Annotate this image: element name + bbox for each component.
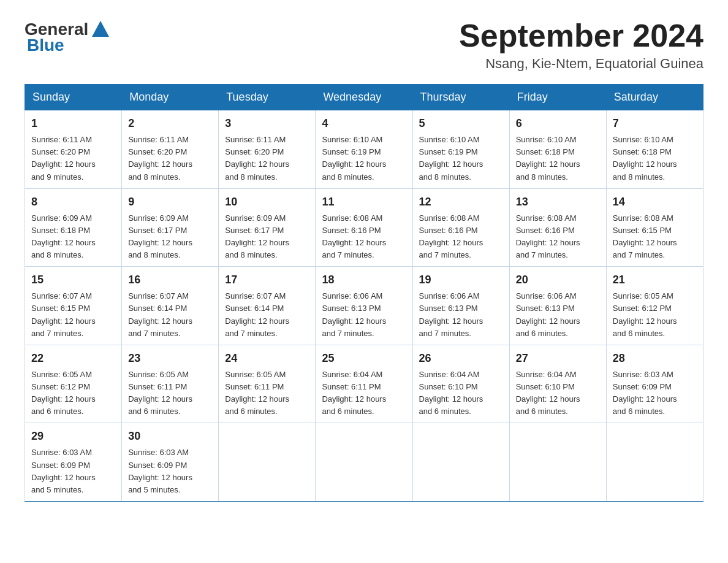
calendar-cell: 14Sunrise: 6:08 AMSunset: 6:15 PMDayligh…: [606, 188, 703, 267]
day-number: 27: [516, 350, 600, 367]
calendar-cell: 19Sunrise: 6:06 AMSunset: 6:13 PMDayligh…: [412, 267, 509, 345]
day-number: 16: [128, 272, 212, 288]
day-info: Sunrise: 6:06 AMSunset: 6:13 PMDaylight:…: [516, 290, 600, 340]
calendar-cell: 11Sunrise: 6:08 AMSunset: 6:16 PMDayligh…: [316, 188, 412, 267]
calendar-week-row: 29Sunrise: 6:03 AMSunset: 6:09 PMDayligh…: [25, 423, 703, 502]
day-info: Sunrise: 6:11 AMSunset: 6:20 PMDaylight:…: [128, 134, 212, 183]
day-info: Sunrise: 6:08 AMSunset: 6:15 PMDaylight:…: [613, 212, 697, 262]
calendar-cell: 8Sunrise: 6:09 AMSunset: 6:18 PMDaylight…: [25, 188, 122, 267]
calendar-cell: 7Sunrise: 6:10 AMSunset: 6:18 PMDaylight…: [606, 110, 703, 189]
col-header-sunday: Sunday: [25, 85, 122, 110]
day-number: 22: [31, 350, 115, 367]
day-info: Sunrise: 6:04 AMSunset: 6:10 PMDaylight:…: [419, 369, 503, 418]
day-number: 26: [419, 350, 503, 367]
calendar-cell: [509, 423, 606, 502]
calendar-week-row: 8Sunrise: 6:09 AMSunset: 6:18 PMDaylight…: [25, 188, 703, 267]
col-header-wednesday: Wednesday: [316, 85, 412, 110]
day-number: 17: [225, 272, 309, 288]
day-info: Sunrise: 6:05 AMSunset: 6:11 PMDaylight:…: [225, 369, 309, 418]
calendar-cell: 25Sunrise: 6:04 AMSunset: 6:11 PMDayligh…: [316, 345, 412, 423]
location-text: Nsang, Kie-Ntem, Equatorial Guinea: [459, 56, 703, 72]
calendar-week-row: 1Sunrise: 6:11 AMSunset: 6:20 PMDaylight…: [25, 110, 703, 189]
logo-blue-text: Blue: [27, 36, 64, 55]
day-info: Sunrise: 6:09 AMSunset: 6:17 PMDaylight:…: [128, 212, 212, 262]
calendar-cell: 13Sunrise: 6:08 AMSunset: 6:16 PMDayligh…: [509, 188, 606, 267]
day-number: 9: [128, 194, 212, 210]
day-number: 3: [225, 115, 309, 132]
calendar-cell: 17Sunrise: 6:07 AMSunset: 6:14 PMDayligh…: [219, 267, 316, 345]
day-number: 20: [516, 272, 600, 288]
calendar-cell: 21Sunrise: 6:05 AMSunset: 6:12 PMDayligh…: [606, 267, 703, 345]
day-number: 1: [31, 115, 115, 132]
day-info: Sunrise: 6:09 AMSunset: 6:18 PMDaylight:…: [31, 212, 115, 262]
day-info: Sunrise: 6:10 AMSunset: 6:18 PMDaylight:…: [516, 134, 600, 183]
calendar-cell: 15Sunrise: 6:07 AMSunset: 6:15 PMDayligh…: [25, 267, 122, 345]
day-number: 7: [613, 115, 697, 132]
col-header-tuesday: Tuesday: [219, 85, 316, 110]
day-info: Sunrise: 6:03 AMSunset: 6:09 PMDaylight:…: [613, 369, 697, 418]
calendar-cell: 3Sunrise: 6:11 AMSunset: 6:20 PMDaylight…: [219, 110, 316, 189]
day-info: Sunrise: 6:10 AMSunset: 6:19 PMDaylight:…: [419, 134, 503, 183]
calendar-cell: 28Sunrise: 6:03 AMSunset: 6:09 PMDayligh…: [606, 345, 703, 423]
calendar-cell: [219, 423, 316, 502]
calendar-cell: 5Sunrise: 6:10 AMSunset: 6:19 PMDaylight…: [412, 110, 509, 189]
calendar-cell: [606, 423, 703, 502]
col-header-saturday: Saturday: [606, 85, 703, 110]
day-info: Sunrise: 6:10 AMSunset: 6:18 PMDaylight:…: [613, 134, 697, 183]
day-number: 6: [516, 115, 600, 132]
calendar-cell: 29Sunrise: 6:03 AMSunset: 6:09 PMDayligh…: [25, 423, 122, 502]
calendar-week-row: 22Sunrise: 6:05 AMSunset: 6:12 PMDayligh…: [25, 345, 703, 423]
calendar-cell: 4Sunrise: 6:10 AMSunset: 6:19 PMDaylight…: [316, 110, 412, 189]
col-header-monday: Monday: [122, 85, 219, 110]
day-number: 23: [128, 350, 212, 367]
day-info: Sunrise: 6:04 AMSunset: 6:11 PMDaylight:…: [322, 369, 406, 418]
day-info: Sunrise: 6:07 AMSunset: 6:14 PMDaylight:…: [225, 290, 309, 340]
day-number: 24: [225, 350, 309, 367]
calendar-cell: [412, 423, 509, 502]
page-header: General Blue September 2024 Nsang, Kie-N…: [25, 18, 703, 72]
day-info: Sunrise: 6:10 AMSunset: 6:19 PMDaylight:…: [322, 134, 406, 183]
calendar-cell: 30Sunrise: 6:03 AMSunset: 6:09 PMDayligh…: [122, 423, 219, 502]
calendar-cell: 9Sunrise: 6:09 AMSunset: 6:17 PMDaylight…: [122, 188, 219, 267]
calendar-cell: 18Sunrise: 6:06 AMSunset: 6:13 PMDayligh…: [316, 267, 412, 345]
day-number: 21: [613, 272, 697, 288]
day-number: 4: [322, 115, 406, 132]
day-info: Sunrise: 6:05 AMSunset: 6:12 PMDaylight:…: [613, 290, 697, 340]
calendar-cell: [316, 423, 412, 502]
day-info: Sunrise: 6:08 AMSunset: 6:16 PMDaylight:…: [322, 212, 406, 262]
day-number: 15: [31, 272, 115, 288]
col-header-friday: Friday: [509, 85, 606, 110]
day-info: Sunrise: 6:06 AMSunset: 6:13 PMDaylight:…: [419, 290, 503, 340]
day-number: 29: [31, 428, 115, 445]
day-info: Sunrise: 6:07 AMSunset: 6:14 PMDaylight:…: [128, 290, 212, 340]
month-title: September 2024: [459, 18, 703, 53]
day-number: 13: [516, 194, 600, 210]
calendar-cell: 1Sunrise: 6:11 AMSunset: 6:20 PMDaylight…: [25, 110, 122, 189]
day-info: Sunrise: 6:09 AMSunset: 6:17 PMDaylight:…: [225, 212, 309, 262]
day-info: Sunrise: 6:03 AMSunset: 6:09 PMDaylight:…: [31, 446, 115, 496]
day-info: Sunrise: 6:07 AMSunset: 6:15 PMDaylight:…: [31, 290, 115, 340]
calendar-header-row: SundayMondayTuesdayWednesdayThursdayFrid…: [25, 85, 703, 110]
calendar-cell: 22Sunrise: 6:05 AMSunset: 6:12 PMDayligh…: [25, 345, 122, 423]
day-number: 14: [613, 194, 697, 210]
day-info: Sunrise: 6:05 AMSunset: 6:12 PMDaylight:…: [31, 369, 115, 418]
title-block: September 2024 Nsang, Kie-Ntem, Equatori…: [459, 18, 703, 72]
calendar-cell: 27Sunrise: 6:04 AMSunset: 6:10 PMDayligh…: [509, 345, 606, 423]
calendar-cell: 23Sunrise: 6:05 AMSunset: 6:11 PMDayligh…: [122, 345, 219, 423]
day-number: 30: [128, 428, 212, 445]
day-number: 18: [322, 272, 406, 288]
calendar-cell: 24Sunrise: 6:05 AMSunset: 6:11 PMDayligh…: [219, 345, 316, 423]
day-info: Sunrise: 6:03 AMSunset: 6:09 PMDaylight:…: [128, 446, 212, 496]
day-number: 28: [613, 350, 697, 367]
calendar-cell: 2Sunrise: 6:11 AMSunset: 6:20 PMDaylight…: [122, 110, 219, 189]
day-info: Sunrise: 6:11 AMSunset: 6:20 PMDaylight:…: [225, 134, 309, 183]
col-header-thursday: Thursday: [412, 85, 509, 110]
logo-icon: [89, 18, 112, 40]
calendar-cell: 6Sunrise: 6:10 AMSunset: 6:18 PMDaylight…: [509, 110, 606, 189]
logo: General Blue: [25, 18, 114, 55]
day-info: Sunrise: 6:11 AMSunset: 6:20 PMDaylight:…: [31, 134, 115, 183]
calendar-week-row: 15Sunrise: 6:07 AMSunset: 6:15 PMDayligh…: [25, 267, 703, 345]
day-number: 2: [128, 115, 212, 132]
day-number: 10: [225, 194, 309, 210]
day-info: Sunrise: 6:08 AMSunset: 6:16 PMDaylight:…: [516, 212, 600, 262]
